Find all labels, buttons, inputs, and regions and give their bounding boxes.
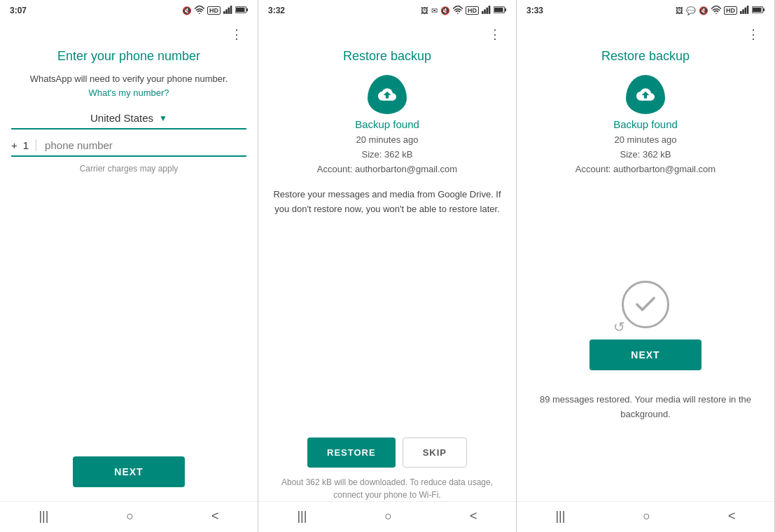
screen-restore-backup-1: 3:32 🖼 ✉ 🔇 HD ⋮ Restore backup — [258, 0, 517, 532]
svg-rect-4 — [230, 6, 232, 14]
hd-badge-2: HD — [466, 6, 479, 15]
skip-button[interactable]: SKIP — [403, 438, 467, 468]
svg-rect-22 — [763, 8, 764, 11]
svg-rect-9 — [482, 11, 484, 14]
next-button-1[interactable]: NEXT — [73, 456, 185, 487]
back-icon[interactable]: < — [211, 509, 219, 524]
screen1-header: ⋮ — [11, 20, 246, 46]
whats-my-number-link[interactable]: What's my number? — [88, 88, 169, 98]
backup-size-2: Size: 362 kB — [362, 149, 413, 160]
restore-title-3: Restore backup — [528, 49, 763, 64]
backup-account-3: Account: authorbarton@gmail.com — [575, 164, 715, 174]
signal-icon-3 — [740, 6, 749, 15]
home-icon-3[interactable]: ○ — [643, 509, 650, 524]
status-bar-3: 3:33 🖼 💬 🔇 HD — [517, 0, 774, 20]
nav-bar-1: ||| ○ < — [0, 501, 258, 532]
time-1: 3:07 — [10, 6, 27, 15]
home-icon-2[interactable]: ○ — [384, 509, 392, 524]
wifi-icon — [195, 6, 204, 15]
svg-rect-19 — [745, 8, 747, 14]
svg-point-0 — [199, 13, 200, 14]
status-icons-3: 🖼 💬 🔇 HD — [676, 6, 764, 15]
wifi-icon-3 — [711, 6, 721, 15]
svg-rect-2 — [225, 9, 228, 14]
gallery-icon-3: 🖼 — [676, 6, 683, 15]
phone-number-input[interactable] — [45, 139, 246, 151]
battery-icon-3 — [752, 6, 764, 15]
more-options-button-3[interactable]: ⋮ — [744, 25, 763, 43]
status-bar-2: 3:32 🖼 ✉ 🔇 HD — [258, 0, 516, 20]
status-icons-1: 🔇 HD — [182, 6, 248, 15]
recents-icon[interactable]: ||| — [39, 509, 48, 524]
more-options-button[interactable]: ⋮ — [228, 25, 246, 43]
hd-badge-3: HD — [724, 6, 737, 15]
backup-found-label-3: Backup found — [528, 118, 763, 130]
more-options-button-2[interactable]: ⋮ — [486, 25, 505, 43]
svg-rect-15 — [494, 8, 503, 12]
refresh-arrow-icon: ↺ — [613, 318, 625, 335]
home-icon[interactable]: ○ — [126, 509, 134, 524]
nav-bar-2: ||| ○ < — [258, 501, 516, 532]
svg-rect-1 — [223, 11, 225, 14]
gallery-icon: 🖼 — [421, 6, 428, 15]
back-icon-2[interactable]: < — [470, 509, 477, 524]
screen-enter-phone: 3:07 🔇 HD ⋮ Enter your phone number What… — [0, 0, 258, 532]
download-note: About 362 kB will be downloaded. To redu… — [270, 476, 505, 501]
back-icon-3[interactable]: < — [728, 509, 736, 524]
svg-rect-12 — [489, 6, 491, 14]
battery-icon-2 — [494, 6, 506, 15]
nav-bar-3: ||| ○ < — [517, 501, 774, 532]
mute-icon-3: 🔇 — [699, 6, 708, 15]
recents-icon-3[interactable]: ||| — [555, 509, 565, 524]
mute-icon: 🔇 — [182, 6, 192, 15]
status-icons-2: 🖼 ✉ 🔇 HD — [421, 6, 506, 15]
signal-icon-2 — [482, 6, 491, 15]
restore-actions: RESTORE SKIP — [270, 438, 505, 468]
restore-title-2: Restore backup — [270, 49, 505, 64]
backup-account-2: Account: authorbarton@gmail.com — [317, 164, 457, 174]
svg-rect-18 — [742, 9, 744, 14]
svg-rect-11 — [487, 8, 489, 14]
backup-time-3: 20 minutes ago — [615, 134, 677, 145]
backup-info-3: 20 minutes ago Size: 362 kB Account: aut… — [528, 133, 763, 176]
country-name: United States — [90, 112, 153, 124]
svg-point-16 — [715, 13, 717, 14]
screen2-content: ⋮ Restore backup Backup found 20 minutes… — [258, 20, 516, 501]
backup-found-label-2: Backup found — [270, 118, 505, 130]
recents-icon-2[interactable]: ||| — [297, 509, 307, 524]
chat-icon-3: 💬 — [686, 6, 696, 15]
screen2-header: ⋮ — [270, 20, 505, 46]
hd-badge: HD — [207, 6, 221, 15]
status-bar-1: 3:07 🔇 HD — [0, 0, 258, 20]
cloud-upload-icon-2 — [368, 75, 407, 114]
screen1-title: Enter your phone number — [11, 49, 246, 64]
screen1-desc: WhatsApp will need to verify your phone … — [11, 72, 246, 99]
restored-note: 89 messages restored. Your media will re… — [528, 393, 763, 422]
svg-rect-3 — [228, 8, 230, 14]
restore-button[interactable]: RESTORE — [307, 438, 396, 468]
backup-info-2: 20 minutes ago Size: 362 kB Account: aut… — [270, 133, 505, 176]
signal-icon — [223, 6, 232, 15]
next-button-3[interactable]: NEXT — [589, 340, 701, 370]
screen3-content: ⋮ Restore backup Backup found 20 minutes… — [517, 20, 774, 501]
country-selector[interactable]: United States ▼ — [11, 112, 246, 130]
battery-icon — [235, 6, 248, 15]
screen-restore-backup-2: 3:33 🖼 💬 🔇 HD ⋮ Restore backup — [517, 0, 775, 532]
desc-text: WhatsApp will need to verify your phone … — [30, 74, 228, 84]
svg-rect-20 — [747, 6, 749, 14]
svg-rect-7 — [236, 8, 244, 12]
check-icon-wrap: ↺ — [528, 281, 763, 328]
svg-rect-17 — [740, 11, 742, 14]
message-icon: ✉ — [431, 6, 438, 15]
svg-point-8 — [457, 13, 459, 14]
check-circle-icon — [622, 281, 669, 328]
time-2: 3:32 — [268, 6, 285, 15]
mute-icon-2: 🔇 — [440, 6, 450, 15]
time-3: 3:33 — [526, 6, 543, 15]
dropdown-arrow-icon: ▼ — [159, 113, 167, 123]
svg-rect-23 — [753, 8, 761, 12]
phone-input-row: + 1 — [11, 139, 246, 157]
cloud-icon-wrap-2 — [270, 75, 505, 114]
restore-desc-2: Restore your messages and media from Goo… — [270, 188, 505, 217]
country-code: 1 — [23, 139, 36, 151]
